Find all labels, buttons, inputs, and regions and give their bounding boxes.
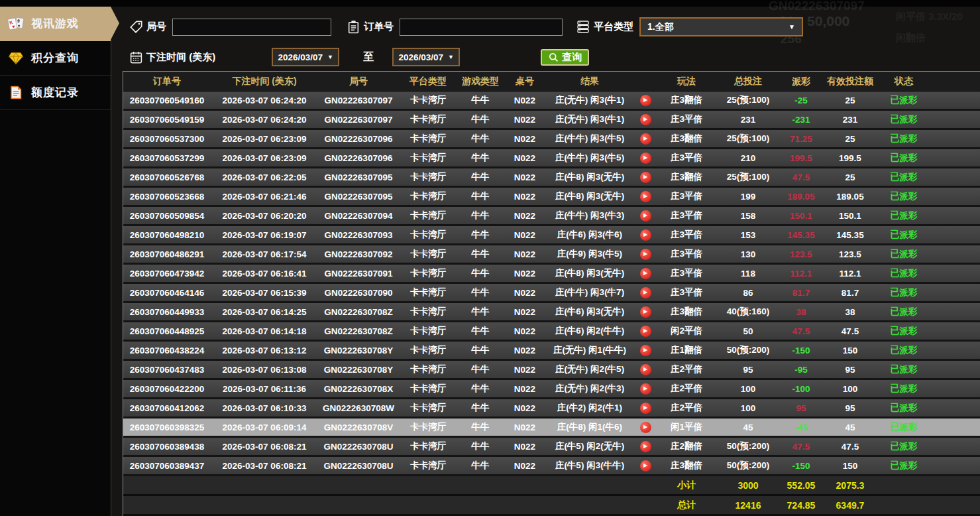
cell-table_no: N022	[504, 288, 546, 298]
column-header-play_method: 玩法	[657, 76, 716, 88]
play-video-button[interactable]: ▶	[640, 249, 651, 260]
play-video-button[interactable]: ▶	[640, 364, 651, 375]
play-video-button[interactable]: ▶	[640, 403, 651, 414]
cell-table_no: N022	[504, 384, 546, 394]
cell-order_no: 260307060464146	[123, 288, 211, 298]
cell-order_no: 260307060422200	[123, 384, 211, 394]
cell-play_method: 庄3翻倍	[657, 460, 716, 472]
sidebar-item-quota-records[interactable]: 额度记录	[0, 76, 111, 110]
play-video-button[interactable]: ▶	[640, 229, 651, 241]
platform-type-label: 平台类型	[594, 21, 633, 33]
cell-order_no: 260307060398325	[123, 422, 211, 432]
cell-total_bet: 153	[716, 230, 781, 240]
cell-order_no: 260307060412062	[123, 403, 211, 413]
table-row[interactable]: 2603070603894372026-03-07 06:08:21GN0222…	[123, 457, 980, 476]
table-row[interactable]: 2603070605267682026-03-07 06:22:05GN0222…	[123, 168, 980, 188]
order-no-input[interactable]	[400, 19, 563, 36]
play-video-button[interactable]: ▶	[640, 287, 651, 298]
play-video-button[interactable]: ▶	[640, 460, 651, 472]
cell-game_type: 牛牛	[457, 306, 504, 318]
date-to-select[interactable]: 2026/03/07 ▼	[392, 48, 460, 66]
table-row[interactable]: 2603070604641462026-03-07 06:15:39GN0222…	[123, 284, 980, 303]
play-video-button[interactable]: ▶	[640, 153, 651, 164]
cell-status: 已派彩	[879, 190, 929, 202]
play-video-button[interactable]: ▶	[640, 172, 651, 183]
cell-payout: 38	[781, 307, 822, 317]
cell-round_no: GN02226307097	[318, 96, 399, 105]
cell-play: ▶	[633, 364, 657, 375]
cell-bet_time: 2026-03-07 06:10:33	[211, 403, 318, 413]
cell-play_method: 庄1翻倍	[657, 344, 716, 356]
table-row[interactable]: 2603070604489252026-03-07 06:14:18GN0222…	[123, 322, 980, 342]
total-row-total-bet: 12416	[716, 500, 781, 511]
table-row[interactable]: 2603070603983252026-03-07 06:09:14GN0222…	[123, 419, 980, 438]
cell-game_type: 牛牛	[457, 113, 504, 125]
table-row[interactable]: 2603070604982102026-03-07 06:19:07GN0222…	[123, 226, 980, 245]
sidebar-item-label: 积分查询	[31, 50, 79, 66]
play-video-button[interactable]: ▶	[640, 210, 651, 222]
table-row[interactable]: 2603070605373002026-03-07 06:23:09GN0222…	[123, 130, 980, 149]
play-video-button[interactable]: ▶	[640, 383, 651, 395]
cell-game_type: 牛牛	[457, 190, 504, 202]
cell-round_no: GN02226307096	[318, 153, 399, 163]
sidebar-item-video-games[interactable]: 9 ♠ K ♥ 视讯游戏	[0, 7, 111, 41]
cell-round_no: GN02226307091	[318, 269, 399, 279]
table-row[interactable]: 2603070604739422026-03-07 06:16:41GN0222…	[123, 265, 980, 284]
cell-valid_bet: 123.5	[822, 249, 879, 259]
cell-valid_bet: 145.35	[822, 230, 879, 240]
round-no-input[interactable]	[172, 19, 331, 36]
cell-table_no: N022	[504, 134, 546, 144]
play-video-button[interactable]: ▶	[640, 268, 651, 279]
cell-payout: -100	[781, 384, 822, 394]
play-video-button[interactable]: ▶	[640, 133, 651, 145]
table-row[interactable]: 2603070604382242026-03-07 06:13:12GN0222…	[123, 342, 980, 361]
cell-game_type: 牛牛	[457, 363, 504, 375]
table-row[interactable]: 2603070605372992026-03-07 06:23:09GN0222…	[123, 149, 980, 168]
table-row[interactable]: 2603070604374832026-03-07 06:13:08GN0222…	[123, 361, 980, 380]
cell-play: ▶	[633, 229, 657, 241]
date-to-connector: 至	[363, 50, 374, 64]
table-row[interactable]: 2603070605491602026-03-07 06:24:20GN0222…	[123, 92, 980, 111]
cell-platform: 卡卡湾厅	[399, 229, 457, 241]
cell-platform: 卡卡湾厅	[399, 94, 457, 106]
cell-round_no: GN0222630708Y	[318, 365, 399, 375]
column-header-status: 状态	[879, 76, 929, 88]
play-video-button[interactable]: ▶	[640, 441, 651, 452]
cell-result: 庄(牛8) 闲3(无牛)	[546, 190, 633, 202]
cell-status: 已派彩	[879, 152, 929, 164]
table-row[interactable]: 2603070603894382026-03-07 06:08:21GN0222…	[123, 438, 980, 457]
table-row[interactable]: 2603070604499332026-03-07 06:14:25GN0222…	[123, 303, 980, 322]
play-video-button[interactable]: ▶	[640, 306, 651, 318]
date-from-select[interactable]: 2026/03/07 ▼	[272, 48, 339, 66]
cell-order_no: 260307060473942	[123, 269, 211, 279]
cell-game_type: 牛牛	[457, 383, 504, 395]
sidebar-item-points-query[interactable]: 积分查询	[0, 41, 111, 76]
table-row[interactable]: 2603070604222002026-03-07 06:11:36GN0222…	[123, 380, 980, 399]
play-video-button[interactable]: ▶	[640, 345, 651, 356]
play-video-button[interactable]: ▶	[640, 95, 651, 106]
play-video-button[interactable]: ▶	[640, 422, 651, 433]
cell-status: 已派彩	[879, 402, 929, 414]
table-row[interactable]: 2603070605098542026-03-07 06:20:20GN0222…	[123, 207, 980, 226]
filter-row-top: 局号 订单号	[129, 18, 980, 36]
platform-type-select[interactable]: 1.全部 ▼	[639, 17, 803, 36]
date-from-value: 2026/03/07	[278, 52, 323, 62]
cell-status: 已派彩	[879, 267, 929, 279]
table-row[interactable]: 2603070604862912026-03-07 06:17:54GN0222…	[123, 245, 980, 265]
cell-result: 庄(牛牛) 闲3(牛3)	[546, 210, 633, 222]
cell-round_no: GN02226307094	[318, 211, 399, 221]
table-row[interactable]: 2603070605236682026-03-07 06:21:46GN0222…	[123, 188, 980, 207]
cell-status: 已派彩	[879, 287, 929, 298]
table-row[interactable]: 2603070605491592026-03-07 06:24:20GN0222…	[123, 111, 980, 130]
play-video-button[interactable]: ▶	[640, 191, 651, 202]
cell-table_no: N022	[504, 96, 546, 105]
cell-play_method: 庄2平倍	[657, 402, 716, 414]
table-row[interactable]: 2603070604120622026-03-07 06:10:33GN0222…	[123, 399, 980, 419]
cell-platform: 卡卡湾厅	[399, 363, 457, 375]
platform-stack-icon	[576, 20, 590, 34]
cell-total_bet: 130	[716, 249, 781, 259]
play-video-button[interactable]: ▶	[640, 114, 651, 125]
play-video-button[interactable]: ▶	[640, 326, 651, 337]
cell-round_no: GN0222630708Y	[318, 346, 399, 355]
search-button[interactable]: 查询	[541, 49, 589, 66]
